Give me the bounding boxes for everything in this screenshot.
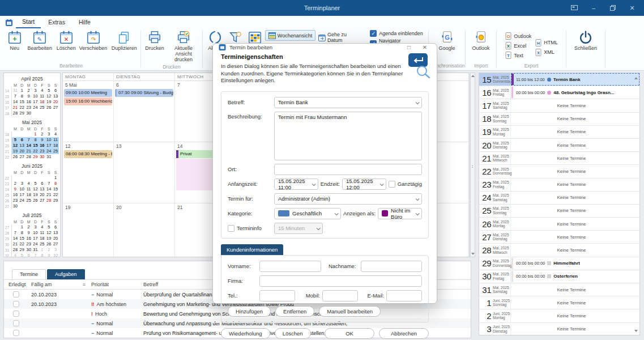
mini-calendar-day[interactable]: 26 xyxy=(12,154,19,160)
mini-calendar-day[interactable]: 4 xyxy=(39,88,45,94)
calendar-day-cell[interactable]: 13 xyxy=(114,142,175,203)
mini-calendar-day[interactable]: 24 xyxy=(19,198,25,203)
agenda-row[interactable]: 20 Mai, 2025 Dienstag Keine Termine xyxy=(479,139,639,152)
new-appointment-button[interactable]: + Neu xyxy=(3,29,26,52)
mini-calendar-day[interactable]: 15 xyxy=(52,186,59,192)
google-sync-button[interactable]: G Google xyxy=(437,29,457,52)
mini-calendar-day[interactable]: 10 xyxy=(32,94,39,99)
tel-input[interactable] xyxy=(259,290,295,301)
mini-calendar-day[interactable]: 12 xyxy=(45,94,52,99)
mini-calendar-day[interactable]: 21 xyxy=(25,148,32,154)
task-checkbox[interactable] xyxy=(13,301,19,307)
mini-calendar-day[interactable]: 23 xyxy=(25,105,32,110)
mini-calendar-day[interactable]: 6 xyxy=(19,137,25,143)
mini-calendar-day[interactable]: 2 xyxy=(25,224,32,230)
agenda-row[interactable]: 25 Mai, 2025 Sonntag Keine Termine xyxy=(479,205,639,218)
column-faellig-am[interactable]: Fällig am ≡ xyxy=(31,282,91,287)
mini-calendar-day[interactable]: 13 xyxy=(52,94,59,99)
mini-calendar-day[interactable]: 30 xyxy=(25,247,32,253)
scroll-down-icon[interactable] xyxy=(471,253,475,255)
calendar-day-cell[interactable]: 6 07:30 09:00 Sitzung - Budget... xyxy=(114,81,175,142)
week-view-button[interactable]: Wochenansicht xyxy=(265,30,315,41)
mini-calendar-day[interactable]: 15 xyxy=(19,236,25,241)
mini-calendar-day[interactable]: 16 xyxy=(25,236,32,241)
agenda-row[interactable]: 21 Mai, 2025 Mittwoch Keine Termine xyxy=(479,152,639,165)
agenda-row[interactable]: 23 Mai, 2025 Freitag Keine Termine xyxy=(479,178,639,192)
mini-calendar-day[interactable]: 27 xyxy=(52,241,59,247)
mini-calendar-day[interactable]: 19 xyxy=(45,236,52,241)
mini-calendar-day[interactable]: 23 xyxy=(39,148,45,154)
mini-calendar-day[interactable]: 7 xyxy=(32,253,39,257)
scrollbar-grip[interactable]: •• xyxy=(472,165,473,168)
manuell-bearbeiten-button[interactable]: Manuell bearbeiten xyxy=(319,306,381,317)
agenda-event-cell[interactable]: Keine Termine xyxy=(511,99,639,112)
agenda-row[interactable]: 15 Mai, 2025 Donnerstag 11:00 bis 12:00 … xyxy=(479,73,639,86)
mini-calendar-day[interactable]: 13 xyxy=(19,143,25,148)
mini-calendar-day[interactable]: 10 xyxy=(45,137,52,143)
calendar-event[interactable]: 15:00 16:00 Wochbericht xyxy=(64,97,112,105)
mini-calendar-day[interactable]: 2 xyxy=(45,247,52,253)
mini-calendar-day[interactable]: 13 xyxy=(39,186,45,192)
tab-aufgaben[interactable]: Aufgaben xyxy=(47,269,85,279)
mini-calendar-day[interactable]: 2 xyxy=(25,88,32,94)
agenda-scroll-down-icon[interactable] xyxy=(634,330,638,332)
agenda-event-cell[interactable]: 00:00 bis 00:00 Himmelfahrt xyxy=(511,257,639,270)
filter-icon[interactable]: ≡ xyxy=(83,282,86,287)
close-app-button[interactable]: Schließen xyxy=(573,29,599,52)
mini-calendar-day[interactable]: 26 xyxy=(45,241,52,247)
ribbon-tab-extras[interactable]: Extras xyxy=(42,17,71,28)
column-erledigt[interactable]: Erledigt xyxy=(8,282,31,287)
agenda-row[interactable]: 27 Mai, 2025 Dienstag Keine Termine xyxy=(479,231,639,244)
move-appointment-button[interactable]: ↷ Verschieben xyxy=(79,29,108,52)
ok-button[interactable]: OK xyxy=(325,328,374,339)
mini-calendar-day[interactable]: 8 xyxy=(39,253,45,257)
mini-calendar-day[interactable]: 29 xyxy=(19,110,25,116)
mini-calendar-day[interactable]: 22 xyxy=(52,192,59,198)
mini-calendar-day[interactable]: 7 xyxy=(45,181,52,186)
mini-calendar-day[interactable]: 25 xyxy=(52,148,59,154)
mini-calendar-day[interactable]: 19 xyxy=(32,192,39,198)
mini-calendar-day[interactable]: 28 xyxy=(12,110,19,116)
calendar-scrollbar[interactable]: •• xyxy=(470,73,475,257)
termininfo-checkbox[interactable] xyxy=(228,225,234,232)
agenda-event-cell[interactable]: Keine Termine xyxy=(511,165,639,177)
mini-calendar-day[interactable]: 21 xyxy=(12,105,19,110)
agenda-row[interactable]: 3 Juni, 2025 Dienstag Keine Termine xyxy=(479,323,639,335)
mini-calendar-day[interactable]: 7 xyxy=(12,230,19,236)
mini-calendar-day[interactable]: 18 xyxy=(52,143,59,148)
mini-calendar-day[interactable]: 10 xyxy=(19,186,25,192)
mini-calendar-day[interactable]: 31 xyxy=(12,88,19,94)
mini-calendar-day[interactable]: 9 xyxy=(25,230,32,236)
mini-calendar-day[interactable]: 1 xyxy=(19,88,25,94)
mini-calendar-day[interactable]: 17 xyxy=(45,143,52,148)
mini-calendar-day[interactable]: 2 xyxy=(39,131,45,137)
mini-calendar-day[interactable]: 22 xyxy=(19,105,25,110)
mini-calendar-day[interactable]: 18 xyxy=(39,236,45,241)
mini-calendar-day[interactable]: 17 xyxy=(32,236,39,241)
ort-input[interactable] xyxy=(274,164,422,175)
mini-calendar-day[interactable]: 9 xyxy=(39,137,45,143)
mini-calendar-day[interactable]: 29 xyxy=(32,154,39,160)
calendar-day-cell[interactable]: 5 Mai 09:00 10:00 Meeting15:00 16:00 Woc… xyxy=(63,81,114,142)
mini-calendar-day[interactable]: 30 xyxy=(25,110,32,116)
mini-calendar-day[interactable]: 17 xyxy=(19,192,25,198)
mini-calendar-day[interactable]: 8 xyxy=(19,94,25,99)
mini-calendar-day[interactable]: 20 xyxy=(39,192,45,198)
anfangszeit-combobox[interactable]: 15.05.2025 11:00 xyxy=(274,178,318,190)
task-checkbox[interactable] xyxy=(13,311,19,317)
mini-calendar-day[interactable]: 12 xyxy=(32,186,39,192)
agenda-row[interactable]: 1 Juni, 2025 Sonntag Keine Termine xyxy=(479,296,639,309)
betreff-combobox[interactable]: Termin Bank xyxy=(274,97,422,108)
mini-calendar-day[interactable]: 4 xyxy=(12,253,19,257)
export-format-button[interactable]: H HTML xyxy=(535,39,558,47)
mini-calendar-day[interactable]: 12 xyxy=(45,230,52,236)
agenda-row[interactable]: 24 Mai, 2025 Samstag Keine Termine xyxy=(479,192,639,205)
export-format-button[interactable]: X XML xyxy=(535,48,558,57)
nachname-input[interactable] xyxy=(361,261,423,272)
restore-button[interactable] xyxy=(604,2,621,14)
outlook-import-button[interactable]: Outlook xyxy=(470,29,491,52)
agenda-event-cell[interactable]: Keine Termine xyxy=(511,126,639,138)
duplicate-appointment-button[interactable]: Duplizieren xyxy=(110,29,139,52)
mini-calendar-day[interactable]: 14 xyxy=(12,99,19,105)
mini-calendar-day[interactable]: 3 xyxy=(32,224,39,230)
